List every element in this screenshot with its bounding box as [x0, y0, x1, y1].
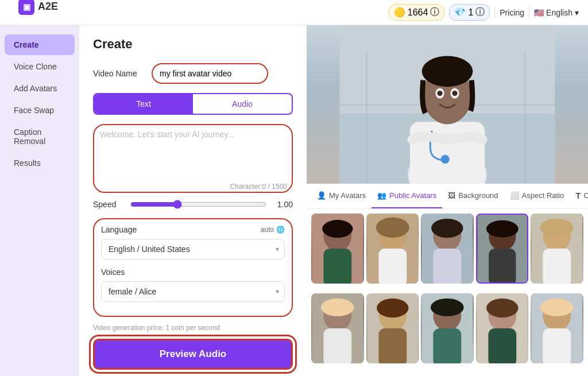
svg-point-45	[431, 299, 464, 316]
coin-badge[interactable]: 🟡 1664 ⓘ	[389, 4, 445, 21]
aspect-ratio-icon: ⬜	[510, 191, 519, 200]
avatar-grid	[307, 209, 588, 377]
svg-rect-22	[378, 249, 407, 284]
app-header: ▣ A2E 🟡 1664 ⓘ 💎 1 ⓘ Pricing 🇺🇸 English …	[0, 0, 588, 25]
auto-label: auto	[261, 226, 274, 234]
svg-point-10	[422, 56, 473, 87]
video-name-wrapper	[152, 63, 293, 84]
voice-select[interactable]: female / Alice	[101, 281, 285, 302]
avatar-thumb-6[interactable]	[311, 293, 364, 363]
avatar-preview	[307, 25, 588, 184]
avatar-thumb-9[interactable]	[476, 293, 529, 363]
main-layout: Create Voice Clone Add Avatars Face Swap…	[0, 25, 588, 376]
sidebar: Create Voice Clone Add Avatars Face Swap…	[0, 25, 79, 376]
svg-point-41	[377, 299, 409, 317]
speed-slider[interactable]	[130, 200, 266, 209]
avatar-thumb-8[interactable]	[421, 293, 474, 363]
svg-rect-6	[410, 122, 485, 183]
caption-icon: T	[575, 191, 581, 200]
tab-public-avatars[interactable]: 👥 Public Avatars	[372, 184, 442, 208]
tab-caption[interactable]: T Caption	[570, 184, 588, 208]
flag-icon: 🇺🇸	[534, 8, 544, 17]
char-count: Character:0 / 1500	[230, 183, 287, 191]
language-selector[interactable]: 🇺🇸 English ▾	[534, 8, 579, 17]
language-label: English	[546, 8, 572, 17]
my-avatars-label: My Avatars	[329, 191, 366, 200]
svg-rect-54	[543, 328, 571, 363]
language-select[interactable]: English / United States	[101, 239, 285, 259]
language-row: Language auto 🌐	[101, 225, 285, 234]
svg-rect-30	[489, 249, 516, 282]
sidebar-item-create[interactable]: Create	[5, 34, 75, 55]
panel-tabs: 👤 My Avatars 👥 Public Avatars 🖼 Backgrou…	[307, 184, 588, 209]
avatar-thumb-3[interactable]	[421, 214, 474, 284]
language-label-field: Language	[101, 225, 137, 234]
aspect-ratio-label: Aspect Ratio	[522, 191, 564, 200]
sidebar-item-add-avatars[interactable]: Add Avatars	[5, 78, 75, 99]
svg-rect-18	[323, 249, 351, 284]
video-name-input[interactable]	[152, 63, 268, 84]
video-name-row: Video Name	[93, 63, 293, 84]
avatar-thumb-7[interactable]	[366, 293, 419, 363]
svg-rect-3	[524, 52, 525, 184]
svg-rect-46	[434, 328, 462, 363]
page-title: Create	[93, 37, 293, 52]
logo-text: A2E	[38, 1, 58, 13]
svg-point-53	[540, 299, 574, 316]
avatar-thumb-10[interactable]	[531, 293, 583, 363]
avatar-thumb-2[interactable]	[366, 214, 419, 284]
tab-text[interactable]: Text	[94, 94, 193, 114]
svg-rect-42	[378, 328, 407, 363]
diamond-count: 1	[468, 7, 473, 18]
tab-audio[interactable]: Audio	[193, 94, 292, 114]
avatar-svg	[307, 25, 588, 184]
text-audio-tabs: Text Audio	[93, 93, 293, 115]
svg-point-25	[431, 218, 463, 237]
tab-aspect-ratio[interactable]: ⬜ Aspect Ratio	[504, 184, 570, 208]
avatar-thumb-4[interactable]	[476, 214, 529, 284]
coin-icon: 🟡	[394, 7, 405, 18]
preview-audio-button[interactable]: Preview Audio	[93, 339, 293, 370]
speed-row: Speed 1.00	[93, 200, 293, 209]
header-divider2	[529, 7, 529, 18]
coin-info-icon: ⓘ	[430, 6, 439, 18]
avatar-thumb-1[interactable]	[311, 214, 364, 284]
create-panel: Create Video Name Text Audio Character:0…	[79, 25, 307, 376]
sidebar-nav: Create Voice Clone Add Avatars Face Swap…	[0, 34, 79, 173]
logo-icon: ▣	[18, 0, 34, 15]
svg-point-17	[322, 220, 353, 238]
svg-rect-38	[323, 328, 351, 363]
price-note: Video generation price: 1 coin per secon…	[93, 324, 293, 332]
sidebar-item-face-swap[interactable]: Face Swap	[5, 100, 75, 121]
coin-count: 1664	[408, 7, 428, 18]
tab-background[interactable]: 🖼 Background	[442, 184, 504, 208]
public-avatars-label: Public Avatars	[389, 191, 436, 200]
svg-point-7	[441, 155, 450, 164]
svg-point-37	[321, 299, 354, 316]
svg-rect-26	[434, 249, 462, 284]
voices-label: Voices	[101, 268, 285, 277]
avatar-thumb-5[interactable]	[531, 214, 583, 284]
lang-voice-wrapper: Language auto 🌐 English / United States …	[93, 218, 293, 317]
speed-value: 1.00	[272, 200, 293, 209]
globe-icon: 🌐	[276, 226, 285, 234]
caption-label: Caption	[583, 191, 588, 200]
svg-rect-50	[488, 328, 516, 363]
tab-my-avatars[interactable]: 👤 My Avatars	[311, 184, 372, 208]
chevron-down-icon: ▾	[575, 8, 579, 17]
header-divider	[494, 7, 495, 18]
svg-point-14	[452, 91, 457, 96]
background-label: Background	[458, 191, 498, 200]
right-panel: 👤 My Avatars 👥 Public Avatars 🖼 Backgrou…	[307, 25, 588, 376]
svg-point-33	[540, 218, 574, 236]
svg-rect-2	[366, 52, 367, 184]
sidebar-item-voice-clone[interactable]: Voice Clone	[5, 56, 75, 77]
my-avatars-icon: 👤	[317, 191, 326, 200]
sidebar-item-results[interactable]: Results	[5, 153, 75, 173]
pricing-link[interactable]: Pricing	[500, 8, 524, 17]
diamond-badge[interactable]: 💎 1 ⓘ	[449, 4, 490, 21]
sidebar-item-caption-removal[interactable]: Caption Removal	[5, 122, 75, 152]
svg-point-29	[486, 220, 519, 237]
preview-button-wrapper: Preview Audio	[93, 339, 293, 370]
svg-rect-34	[543, 249, 571, 284]
